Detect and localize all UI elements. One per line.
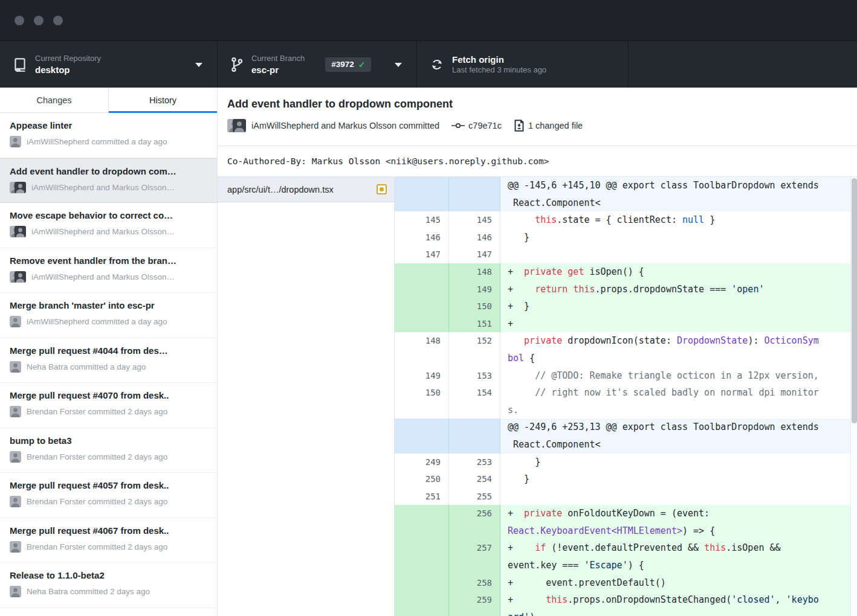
- commit-title: Add event handler to dropdown component: [227, 97, 857, 111]
- diff-line: 251255: [395, 488, 857, 505]
- diff-line: 257+ if (!event.defaultPrevented && this…: [395, 539, 857, 557]
- main-panel: Add event handler to dropdown component …: [218, 88, 857, 616]
- repository-switcher[interactable]: Current Repository desktop: [0, 41, 218, 88]
- zoom-button[interactable]: [53, 16, 63, 25]
- diff-line: s.: [395, 402, 857, 419]
- diff-line: 259+ this.props.onDropdownStateChanged('…: [395, 591, 857, 609]
- diff-line: 149153 // @TODO: Remake triangle octicon…: [395, 367, 857, 385]
- diff-line: 145145 this.state = { clientRect: null }: [395, 211, 857, 229]
- commit-item-meta: Brendan Forster committed 2 days ago: [27, 497, 167, 506]
- diff-line: 148152 private dropdownIcon(state: Dropd…: [395, 332, 857, 350]
- minimize-button[interactable]: [34, 16, 44, 25]
- chevron-down-icon: [395, 63, 402, 67]
- file-path: app/src/ui/t…/dropdown.tsx: [227, 185, 372, 194]
- close-button[interactable]: [15, 16, 24, 25]
- diff-line: 149+ return this.props.dropdownState ===…: [395, 281, 857, 298]
- commit-hash-group: c79e71c: [451, 121, 502, 130]
- diff-line: React.Component<: [395, 194, 857, 212]
- commit-item-title: Merge pull request #4070 from desk..: [10, 390, 207, 401]
- scrollbar-thumb[interactable]: [852, 178, 857, 423]
- sidebar: Changes History Appease linteriAmWillShe…: [0, 88, 218, 616]
- avatar: [10, 541, 21, 553]
- avatar: [10, 586, 21, 597]
- pr-number-badge: #3972 ✓: [325, 57, 371, 72]
- tab-changes[interactable]: Changes: [0, 88, 109, 112]
- window-titlebar: [0, 0, 857, 41]
- repo-icon: [13, 57, 27, 72]
- diff-line: 150+ }: [395, 298, 857, 315]
- commit-list-item[interactable]: Move escape behavior to correct co…iAmWi…: [0, 203, 217, 248]
- commit-list-item[interactable]: Merge pull request #4050 from des…: [0, 608, 217, 616]
- commit-list-item[interactable]: Remove event handler from the bran…iAmWi…: [0, 248, 217, 294]
- diff-line: 146146 }: [395, 229, 857, 246]
- tab-history[interactable]: History: [109, 88, 217, 112]
- pr-number: #3972: [331, 60, 354, 69]
- commit-item-title: Merge pull request #4044 from des…: [10, 345, 207, 356]
- commit-item-meta: Neha Batra committed a day ago: [27, 362, 146, 371]
- commit-item-meta: iAmWillShepherd committed a day ago: [27, 137, 167, 146]
- commit-hash: c79e71c: [468, 121, 502, 130]
- avatar: [10, 271, 26, 283]
- commit-item-title: Appease linter: [10, 120, 207, 131]
- commit-item-title: Merge pull request #4067 from desk..: [10, 525, 207, 536]
- commit-list-item[interactable]: Add event handler to dropdown com…iAmWil…: [0, 158, 217, 204]
- commit-item-title: Merge pull request #4057 from desk..: [10, 480, 207, 491]
- sync-icon: [430, 58, 444, 71]
- changed-files-panel: app/src/ui/t…/dropdown.tsx: [218, 177, 395, 616]
- avatar: [10, 316, 21, 327]
- diff-view: @@ -145,6 +145,10 @@ export class Toolba…: [395, 177, 857, 616]
- avatar: [233, 119, 246, 132]
- commit-item-meta: Neha Batra committed 2 days ago: [27, 587, 150, 596]
- commit-item-title: Add event handler to dropdown com…: [10, 165, 207, 177]
- commit-list-item[interactable]: Merge pull request #4044 from des…Neha B…: [0, 338, 217, 383]
- branch-name: esc-pr: [251, 64, 305, 75]
- repository-label: Current Repository: [35, 54, 101, 63]
- diff-line: bol {: [395, 350, 857, 367]
- diff-line: React.KeyboardEvent<HTMLElement>) => {: [395, 522, 857, 540]
- commit-list-item[interactable]: Release to 1.1.0-beta2Neha Batra committ…: [0, 563, 217, 608]
- commit-item-title: Merge branch 'master' into esc-pr: [10, 300, 207, 311]
- changed-files-group: 1 changed file: [514, 120, 583, 132]
- commit-item-meta: iAmWillShepherd and Markus Olsson…: [31, 227, 175, 236]
- commit-list-item[interactable]: Merge branch 'master' into esc-priAmWill…: [0, 293, 217, 338]
- check-icon: ✓: [358, 60, 366, 69]
- avatar: [10, 182, 26, 193]
- fetch-subtitle: Last fetched 3 minutes ago: [452, 65, 546, 75]
- commit-item-meta: Brendan Forster committed 2 days ago: [27, 407, 167, 416]
- commit-message-body: Co-Authored-By: Markus Olsson <niik@user…: [218, 146, 857, 177]
- commit-author-avatars: [227, 119, 245, 132]
- chevron-down-icon: [195, 63, 202, 67]
- branch-label: Current Branch: [251, 54, 305, 63]
- commit-authors: iAmWillShepherd and Markus Olsson commit…: [251, 121, 439, 130]
- diff-line: 258+ event.preventDefault(): [395, 574, 857, 592]
- commit-item-meta: Brendan Forster committed 2 days ago: [27, 542, 167, 551]
- changed-files-count: 1 changed file: [528, 121, 583, 130]
- commit-history-list: Appease linteriAmWillShepherd committed …: [0, 113, 217, 616]
- diff-line: 151+: [395, 315, 857, 333]
- traffic-lights: [15, 16, 63, 25]
- commit-list-item[interactable]: Merge pull request #4057 from desk..Bren…: [0, 473, 217, 518]
- modified-file-icon: [377, 184, 387, 194]
- changed-file-icon: [514, 120, 525, 132]
- commit-header: Add event handler to dropdown component …: [218, 88, 857, 146]
- commit-list-item[interactable]: Appease linteriAmWillShepherd committed …: [0, 113, 217, 158]
- diff-line: event.key === 'Escape') {: [395, 557, 857, 574]
- commit-item-meta: iAmWillShepherd committed a day ago: [27, 317, 167, 326]
- diff-line: 250254 }: [395, 470, 857, 488]
- diff-line: @@ -145,6 +145,10 @@ export class Toolba…: [395, 177, 857, 194]
- diff-line: 256+ private onFoldoutKeyDown = (event:: [395, 505, 857, 522]
- commit-item-title: bump to beta3: [10, 435, 207, 446]
- toolbar-spacer: [629, 41, 857, 88]
- diff-line: ard'): [395, 609, 857, 616]
- file-list-item[interactable]: app/src/ui/t…/dropdown.tsx: [218, 177, 394, 202]
- commit-item-meta: iAmWillShepherd and Markus Olsson…: [31, 272, 175, 281]
- commit-list-item[interactable]: Merge pull request #4070 from desk..Bren…: [0, 383, 217, 428]
- fetch-origin-button[interactable]: Fetch origin Last fetched 3 minutes ago: [417, 41, 629, 88]
- commit-list-item[interactable]: Merge pull request #4067 from desk..Bren…: [0, 518, 217, 563]
- diff-line: React.Component<: [395, 436, 857, 454]
- avatar: [10, 406, 21, 417]
- git-commit-icon: [451, 121, 465, 130]
- branch-switcher[interactable]: Current Branch esc-pr #3972 ✓: [218, 41, 417, 88]
- commit-list-item[interactable]: bump to beta3Brendan Forster committed 2…: [0, 428, 217, 473]
- scrollbar-track[interactable]: [850, 177, 857, 616]
